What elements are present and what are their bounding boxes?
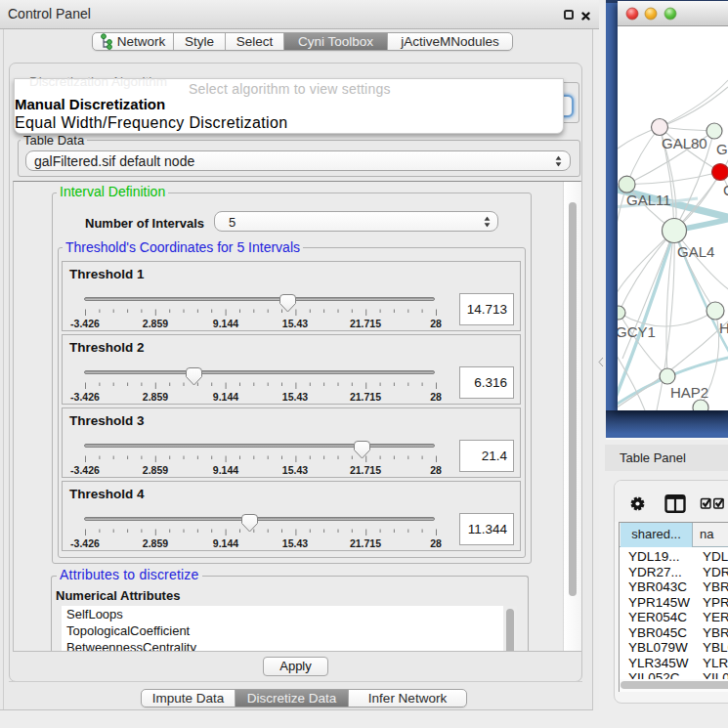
svg-text:GAL11: GAL11 <box>626 192 671 208</box>
svg-text:C: C <box>723 182 728 198</box>
svg-text:GAL80: GAL80 <box>662 135 707 151</box>
svg-text:HAP2: HAP2 <box>670 384 708 401</box>
svg-text:G.: G. <box>716 141 728 157</box>
svg-text:GCY1: GCY1 <box>618 323 656 340</box>
svg-text:H: H <box>719 320 728 336</box>
svg-text:GAL4: GAL4 <box>677 243 714 260</box>
